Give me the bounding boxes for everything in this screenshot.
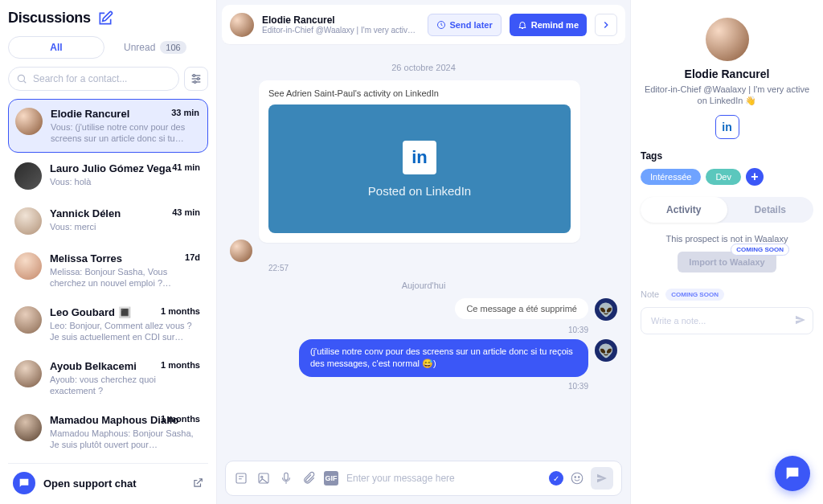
svg-point-13	[575, 477, 576, 478]
conversation-item[interactable]: Mamadou Maphous Diallo Mamadou Maphous: …	[8, 406, 208, 457]
conversation-item[interactable]: Ayoub Belkacemi Ayoub: vous cherchez quo…	[8, 352, 208, 404]
svg-rect-11	[285, 473, 289, 480]
linkedin-profile-button[interactable]: in	[715, 115, 739, 139]
discussions-title: Discussions	[8, 10, 91, 27]
message-preview: Vous: merci	[50, 221, 202, 232]
message-sender-avatar[interactable]	[230, 240, 252, 262]
conversation-time: 41 min	[172, 162, 200, 172]
tag-pill[interactable]: Intéressée	[641, 169, 701, 185]
sidebar: Discussions All Unread 106 Elodie Rancur…	[0, 0, 217, 504]
conversation-item[interactable]: Yannick Délen Vous: merci 43 min	[8, 199, 208, 243]
chat-header-avatar[interactable]	[230, 13, 254, 37]
conversation-item[interactable]: Leo Goubard 🔳 Leo: Bonjour, Comment alle…	[8, 298, 208, 350]
conversation-time: 43 min	[172, 207, 200, 217]
chat-header: Elodie Rancurel Editor-in-Chief @Waalaxy…	[222, 5, 625, 45]
chat-bubble-icon	[13, 472, 35, 494]
svg-point-0	[18, 75, 24, 81]
conversation-time: 33 min	[171, 108, 199, 117]
message-preview: Leo: Bonjour, Comment allez vous ? Je su…	[50, 320, 202, 342]
gif-button[interactable]: GIF	[324, 471, 338, 486]
chat-scroll-area[interactable]: 26 octobre 2024 See Adrien Saint-Paul's …	[217, 45, 630, 456]
contact-avatar	[14, 252, 42, 280]
contact-avatar	[14, 306, 42, 334]
send-note-icon[interactable]	[794, 313, 807, 326]
svg-point-5	[197, 78, 199, 80]
intercom-launcher[interactable]	[775, 456, 810, 491]
coming-soon-badge: COMING SOON	[731, 244, 789, 256]
tab-unread[interactable]: Unread 106	[124, 41, 186, 54]
chat-header-name: Elodie Rancurel	[262, 14, 420, 26]
contact-avatar	[14, 414, 42, 441]
date-separator: Aujourd'hui	[230, 281, 617, 290]
contact-avatar	[15, 108, 43, 135]
date-separator: 26 octobre 2024	[230, 63, 617, 72]
tab-unread-label: Unread	[124, 42, 155, 53]
add-tag-button[interactable]: +	[746, 168, 764, 186]
profile-subtitle: Editor-in-Chief @Waalaxy | I'm very acti…	[641, 84, 813, 107]
conversation-item[interactable]: Elodie Rancurel Vous: (j'utilise notre c…	[8, 99, 208, 153]
contact-name: Melissa Torres	[50, 252, 202, 264]
svg-point-6	[194, 81, 196, 84]
image-icon[interactable]	[256, 471, 271, 486]
template-icon[interactable]	[234, 471, 248, 486]
verified-check-icon[interactable]: ✓	[549, 471, 563, 486]
note-input[interactable]	[641, 307, 813, 334]
collapse-right-panel-button[interactable]	[595, 14, 617, 36]
profile-name: Elodie Rancurel	[641, 68, 813, 80]
sent-message: (j'utilise notre conv pour des screens s…	[299, 339, 588, 377]
chevron-right-icon	[600, 19, 612, 31]
unread-count-badge: 106	[160, 41, 186, 54]
svg-rect-8	[236, 473, 246, 483]
contact-avatar	[14, 207, 42, 235]
message-composer: GIF ✓	[225, 461, 622, 496]
coming-soon-badge: COMING SOON	[665, 289, 724, 301]
bell-icon	[518, 20, 527, 30]
send-button[interactable]	[591, 467, 613, 490]
compose-icon[interactable]	[97, 10, 113, 27]
filter-button[interactable]	[184, 67, 208, 91]
search-input[interactable]	[8, 67, 179, 91]
message-timestamp: 10:39	[230, 326, 588, 334]
tag-pill[interactable]: Dev	[706, 169, 741, 185]
sender-avatar-self[interactable]: 👽	[595, 298, 617, 321]
conversation-time: 1 months	[161, 414, 200, 424]
message-input[interactable]	[346, 473, 541, 484]
conversation-item[interactable]: Melissa Torres Melissa: Bonjour Sasha, V…	[8, 244, 208, 297]
sender-avatar-self[interactable]: 👽	[595, 339, 617, 362]
attachment-icon[interactable]	[301, 471, 316, 486]
conversation-time: 17d	[185, 252, 200, 262]
segment-activity[interactable]: Activity	[641, 197, 727, 223]
linkedin-preview: in Posted on LinkedIn	[268, 104, 571, 233]
message-preview: Mamadou Maphous: Bonjour Sasha, Je suis …	[50, 428, 202, 450]
svg-point-14	[579, 477, 580, 478]
message-preview: Vous: (j'utilise notre conv pour des scr…	[51, 121, 201, 144]
deleted-message: Ce message a été supprimé	[455, 298, 588, 319]
remind-me-button[interactable]: Remind me	[510, 14, 587, 36]
message-timestamp: 10:39	[230, 382, 588, 391]
send-later-button[interactable]: Send later	[428, 14, 502, 36]
activity-details-segment: Activity Details	[641, 197, 813, 223]
linkedin-activity-card[interactable]: See Adrien Saint-Paul's activity on Link…	[259, 80, 580, 243]
linkedin-preview-text: Posted on LinkedIn	[368, 184, 471, 198]
card-title: See Adrien Saint-Paul's activity on Link…	[268, 88, 571, 98]
conversation-item[interactable]: Lauro Julio Gómez Vega Vous: holà 41 min	[8, 154, 208, 198]
chat-panel: Elodie Rancurel Editor-in-Chief @Waalaxy…	[217, 0, 630, 504]
note-label: Note	[641, 289, 659, 299]
tags-section-label: Tags	[641, 150, 813, 162]
conversation-time: 1 months	[161, 360, 200, 370]
profile-avatar[interactable]	[706, 18, 749, 61]
conversation-list[interactable]: Elodie Rancurel Vous: (j'utilise notre c…	[8, 99, 208, 457]
support-chat-button[interactable]: Open support chat	[8, 463, 208, 498]
details-panel: Elodie Rancurel Editor-in-Chief @Waalaxy…	[630, 0, 823, 504]
tab-all[interactable]: All	[8, 36, 104, 59]
contact-avatar	[14, 162, 42, 190]
emoji-icon[interactable]	[570, 471, 584, 486]
message-preview: Melissa: Bonjour Sasha, Vous cherchez un…	[50, 266, 202, 289]
microphone-icon[interactable]	[279, 471, 293, 486]
segment-details[interactable]: Details	[727, 197, 814, 223]
conversation-time: 1 months	[161, 306, 200, 316]
clock-icon	[436, 20, 446, 30]
support-chat-label: Open support chat	[43, 477, 184, 490]
contact-avatar	[14, 360, 42, 387]
search-icon	[16, 73, 27, 84]
